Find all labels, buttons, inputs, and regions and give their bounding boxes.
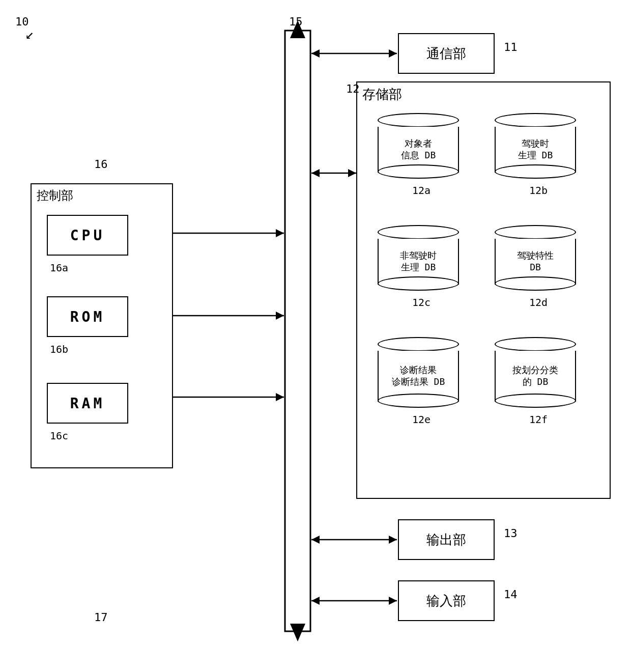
db-12a-label: 12a <box>412 184 431 197</box>
output-label: 13 <box>504 527 518 540</box>
svg-marker-2 <box>290 624 305 641</box>
db-12f-label: 12f <box>529 413 548 426</box>
cpu-box: CPU <box>47 215 128 256</box>
cpu-sublabel: 16a <box>50 262 68 274</box>
db-12d-label: 12d <box>529 296 548 309</box>
ram-sublabel: 16c <box>50 430 68 442</box>
svg-marker-19 <box>311 536 320 544</box>
svg-marker-17 <box>389 49 397 58</box>
svg-marker-11 <box>276 393 284 401</box>
storage-title: 存储部 <box>362 86 402 103</box>
svg-marker-8 <box>276 312 284 320</box>
db-12b: 驾驶时生理 DB <box>495 113 576 173</box>
svg-marker-5 <box>276 229 284 237</box>
communication-box: 通信部 <box>398 33 495 74</box>
db-12e-text: 诊断结果诊断结果 DB <box>392 364 445 388</box>
db-12e: 诊断结果诊断结果 DB <box>378 337 459 402</box>
storage-section-box: 存储部 对象者信息 DB 12a 驾驶时生理 DB 12b 非驾驶时生理 DB <box>356 81 611 499</box>
arrow-indicator: ↙ <box>25 25 34 42</box>
svg-marker-22 <box>311 597 320 605</box>
storage-label: 12 <box>346 82 360 95</box>
db-12d: 驾驶特性DB <box>495 225 576 285</box>
svg-marker-20 <box>389 536 397 544</box>
output-box: 输出部 <box>398 519 495 560</box>
db-12f: 按划分分类的 DB <box>495 337 576 402</box>
rom-box: ROM <box>47 296 128 337</box>
ram-box: RAM <box>47 383 128 424</box>
db-12b-text: 驾驶时生理 DB <box>518 137 553 161</box>
db-12b-label: 12b <box>529 184 548 197</box>
svg-marker-16 <box>311 49 320 58</box>
bus-label-17: 17 <box>94 611 108 624</box>
db-12d-text: 驾驶特性DB <box>517 249 554 273</box>
control-section-label: 16 <box>94 158 108 171</box>
db-12c: 非驾驶时生理 DB <box>378 225 459 285</box>
svg-rect-0 <box>285 31 310 631</box>
svg-marker-14 <box>348 169 356 177</box>
db-12c-label: 12c <box>412 296 431 309</box>
svg-marker-23 <box>389 597 397 605</box>
db-12a-text: 对象者信息 DB <box>401 137 436 161</box>
diagram: 10 ↙ 15 16 17 控制部 CPU 16a ROM 16b RAM 16… <box>0 0 631 672</box>
db-12a: 对象者信息 DB <box>378 113 459 173</box>
db-12c-text: 非驾驶时生理 DB <box>400 249 437 273</box>
control-title: 控制部 <box>37 187 73 204</box>
bus-top-label: 15 <box>289 15 303 28</box>
communication-label: 11 <box>504 41 518 53</box>
input-label: 14 <box>504 588 518 601</box>
rom-sublabel: 16b <box>50 343 68 355</box>
svg-marker-13 <box>311 169 320 177</box>
db-12f-text: 按划分分类的 DB <box>512 364 558 388</box>
control-section-box: 控制部 CPU 16a ROM 16b RAM 16c <box>31 183 173 468</box>
input-box: 输入部 <box>398 580 495 621</box>
db-12e-label: 12e <box>412 413 431 426</box>
